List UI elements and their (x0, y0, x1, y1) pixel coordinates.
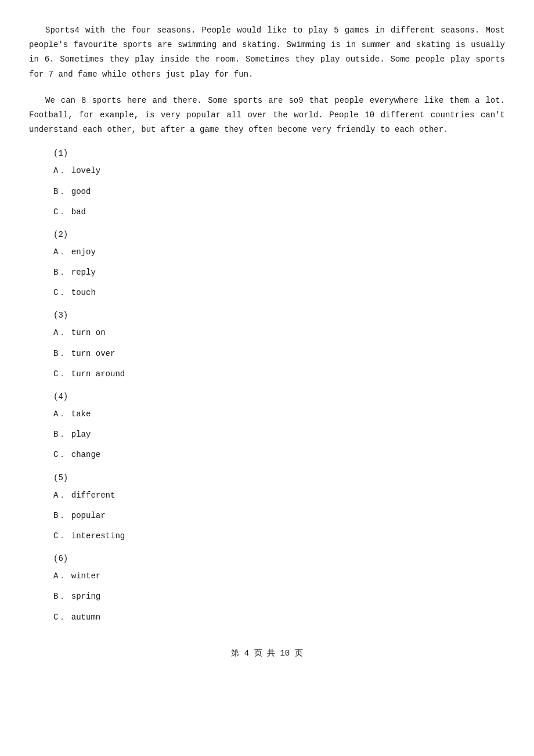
option-1-1[interactable]: A． lovely (53, 164, 505, 178)
question-number-2: (2) (53, 230, 505, 239)
option-1-3[interactable]: C． bad (53, 205, 505, 219)
option-5-2[interactable]: B． popular (53, 509, 505, 523)
option-5-1[interactable]: A． different (53, 488, 505, 503)
option-1-2[interactable]: B． good (53, 185, 505, 199)
paragraph-1: Sports4 with the four seasons. People wo… (29, 23, 505, 82)
option-4-2[interactable]: B． play (53, 427, 505, 442)
option-3-1[interactable]: A． turn on (53, 326, 505, 340)
option-4-1[interactable]: A． take (53, 407, 505, 422)
question-number-3: (3) (53, 311, 505, 320)
option-2-1[interactable]: A． enjoy (53, 245, 505, 260)
option-3-3[interactable]: C． turn around (53, 367, 505, 381)
option-5-3[interactable]: C． interesting (53, 529, 505, 543)
question-number-5: (5) (53, 473, 505, 483)
option-6-3[interactable]: C． autumn (53, 610, 505, 625)
option-4-3[interactable]: C． change (53, 448, 505, 462)
question-number-1: (1) (53, 149, 505, 158)
option-6-2[interactable]: B． spring (53, 589, 505, 604)
option-3-2[interactable]: B． turn over (53, 347, 505, 361)
option-6-1[interactable]: A． winter (53, 569, 505, 584)
question-number-6: (6) (53, 554, 505, 563)
questions-container: (1)A． lovelyB． goodC． bad(2)A． enjoyB． r… (29, 149, 505, 624)
question-number-4: (4) (53, 392, 505, 401)
page-footer: 第 4 页 共 10 页 (29, 648, 505, 658)
option-2-2[interactable]: B． reply (53, 265, 505, 280)
option-2-3[interactable]: C． touch (53, 286, 505, 300)
paragraph-2: We can 8 sports here and there. Some spo… (29, 93, 505, 138)
